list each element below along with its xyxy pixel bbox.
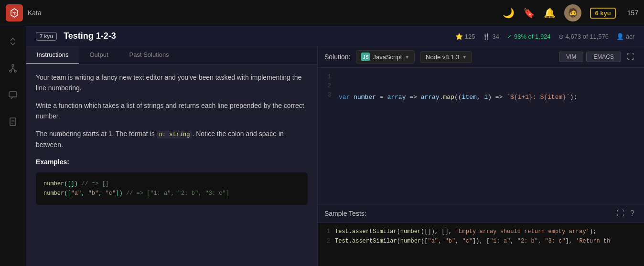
expand-icon[interactable]: ⛶ (624, 52, 637, 62)
content-area: 7 kyu Testing 1-2-3 ⭐ 125 🍴 34 ✓ 93% of … (26, 26, 644, 266)
meta-user: 👤 acr (616, 33, 634, 40)
svg-point-1 (10, 70, 11, 72)
avatar[interactable]: 🧔 (564, 4, 581, 21)
test-content-2: Test.assertSimilar(number(["a", "b", "c"… (335, 236, 610, 246)
top-nav: Kata 🌙 🔖 🔔 🧔 6 kyu 157 (0, 0, 644, 26)
code-editor[interactable]: 1 2 3 var number = array => array.map((i… (318, 68, 644, 204)
main-layout: 7 kyu Testing 1-2-3 ⭐ 125 🍴 34 ✓ 93% of … (0, 26, 644, 266)
language-name: JavaScript (373, 53, 402, 61)
meta-stars: ⭐ 125 (455, 33, 475, 40)
bell-icon[interactable]: 🔔 (544, 7, 556, 19)
kata-kyu-badge: 7 kyu (36, 32, 57, 41)
expand-tests-icon[interactable]: ⛶ (614, 208, 627, 219)
sidebar-icon-arrows[interactable] (4, 33, 21, 50)
bookmark-icon[interactable]: 🔖 (523, 7, 535, 19)
user-icon: 👤 (616, 33, 624, 40)
vim-button[interactable]: VIM (559, 52, 583, 62)
code-example-line2: number(["a", "b", "c"]) // => ["1: a", "… (43, 189, 300, 198)
test-ln-1: 1 (318, 227, 335, 236)
meta-forks-value: 34 (492, 33, 499, 40)
emacs-button[interactable]: EMACS (586, 52, 621, 62)
completion-icon: ✓ (507, 33, 512, 40)
js-icon: JS (361, 53, 370, 61)
instructions-para2: Write a function which takes a list of s… (36, 100, 308, 122)
solution-label: Solution: (324, 53, 350, 61)
line-numbers: 1 2 3 (318, 68, 335, 204)
examples-label: Examples: (36, 157, 308, 167)
meta-completion-value: 93% of 1,924 (514, 33, 551, 40)
rank-icon: ⊙ (558, 33, 564, 40)
fork-icon: 🍴 (483, 33, 490, 40)
left-panel: Instructions Output Past Solutions Your … (26, 46, 318, 266)
meta-completion: ✓ 93% of 1,924 (507, 33, 551, 40)
code-line-3 (339, 152, 640, 162)
chevron-down-icon-2: ▼ (462, 54, 467, 60)
code-example-line1: number([]) // => [] (43, 179, 300, 189)
meta-user-value: acr (626, 33, 634, 40)
instructions-para1: Your team is writing a fancy new text ed… (36, 72, 308, 94)
instructions-content: Your team is writing a fancy new text ed… (26, 64, 317, 266)
editor-lines: 1 2 3 var number = array => array.map((i… (318, 68, 644, 204)
panels: Instructions Output Past Solutions Your … (26, 46, 644, 266)
sample-tests-code: 1 Test.assertSimilar(number([]), [], 'Em… (318, 223, 644, 266)
editor-code: var number = array => array.map((item, i… (335, 68, 644, 204)
meta-stars-value: 125 (465, 33, 475, 40)
code-line-1: var number = array => array.map((item, i… (339, 93, 640, 103)
sample-tests-header: Sample Tests: ⛶ ? (318, 204, 644, 223)
line-num-1: 1 (318, 73, 331, 82)
kata-title: Testing 1-2-3 (64, 31, 116, 41)
test-line-2: 2 Test.assertSimilar(number(["a", "b", "… (318, 236, 644, 246)
test-content-1: Test.assertSimilar(number([]), [], 'Empt… (335, 227, 596, 236)
line-num-3: 3 (318, 91, 331, 100)
meta-rank: ⊙ 4,673 of 11,576 (558, 33, 609, 40)
svg-point-2 (14, 70, 16, 72)
tab-bar: Instructions Output Past Solutions (26, 46, 317, 64)
chevron-down-icon: ▼ (405, 54, 409, 60)
svg-rect-3 (9, 92, 17, 97)
tab-output[interactable]: Output (79, 46, 118, 64)
help-icon[interactable]: ? (627, 208, 637, 219)
line-num-2: 2 (318, 82, 331, 91)
logo-icon (6, 4, 23, 21)
nav-kata-label: Kata (28, 9, 42, 17)
runtime-selector[interactable]: Node v8.1.3 ▼ (420, 51, 472, 63)
svg-point-0 (12, 64, 14, 66)
moon-icon[interactable]: 🌙 (503, 7, 515, 19)
meta-forks: 🍴 34 (483, 33, 499, 40)
left-sidebar (0, 26, 26, 266)
meta-rank-value: 4,673 of 11,576 (566, 33, 609, 40)
avatar-image: 🧔 (564, 4, 581, 21)
language-selector[interactable]: JS JavaScript ▼ (356, 50, 415, 64)
code-inline-format: n: string (157, 131, 193, 138)
tab-instructions[interactable]: Instructions (26, 46, 79, 64)
solution-header: Solution: JS JavaScript ▼ Node v8.1.3 ▼ … (318, 46, 644, 68)
tab-past-solutions[interactable]: Past Solutions (119, 46, 180, 64)
test-ln-2: 2 (318, 236, 335, 246)
kata-header: 7 kyu Testing 1-2-3 ⭐ 125 🍴 34 ✓ 93% of … (26, 26, 644, 46)
editor-toolbar: VIM EMACS ⛶ (559, 52, 637, 62)
star-icon: ⭐ (455, 33, 463, 40)
sidebar-icon-fork[interactable] (4, 60, 21, 77)
score-number: 157 (627, 9, 638, 17)
nav-icons: 🌙 🔖 🔔 🧔 6 kyu 157 (503, 4, 638, 21)
right-panel: Solution: JS JavaScript ▼ Node v8.1.3 ▼ … (318, 46, 644, 266)
sidebar-icon-chat[interactable] (4, 86, 21, 104)
kata-meta: ⭐ 125 🍴 34 ✓ 93% of 1,924 ⊙ 4,673 of 11,… (455, 33, 634, 40)
code-line-2 (339, 122, 640, 132)
kyu-badge: 6 kyu (590, 8, 615, 19)
logo-area[interactable]: Kata (6, 4, 42, 21)
sidebar-icon-doc[interactable] (4, 113, 21, 130)
sample-tests-label: Sample Tests: (324, 210, 614, 217)
code-example-block: number([]) // => [] number(["a", "b", "c… (36, 172, 308, 205)
test-line-1: 1 Test.assertSimilar(number([]), [], 'Em… (318, 227, 644, 236)
para3-before: The numbering starts at 1. The format is (36, 130, 157, 138)
runtime-name: Node v8.1.3 (426, 53, 459, 61)
instructions-para3: The numbering starts at 1. The format is… (36, 128, 308, 150)
